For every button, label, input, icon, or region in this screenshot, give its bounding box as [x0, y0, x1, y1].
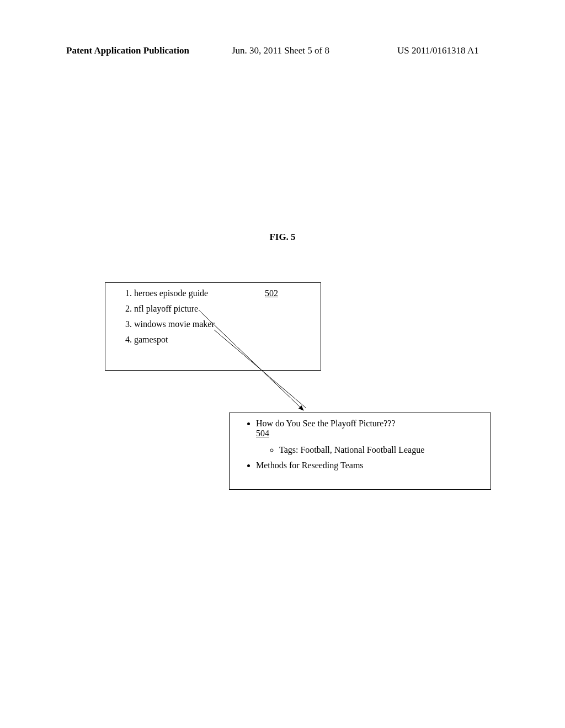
box-502: heroes episode guide nfl playoff picture…	[105, 282, 321, 371]
figure-label: FIG. 5	[0, 232, 565, 243]
list-item: How do You See the Playoff Picture??? 50…	[256, 419, 485, 455]
reference-numeral-502: 502	[265, 288, 278, 298]
list-item: windows movie maker	[134, 319, 311, 329]
reference-numeral-504: 504	[256, 429, 485, 438]
list-502: heroes episode guide nfl playoff picture…	[115, 288, 311, 345]
tags-item: Tags: Football, National Football League	[279, 445, 485, 455]
header-right: US 2011/0161318 A1	[397, 45, 479, 56]
item-text: Methods for Reseeding Teams	[256, 461, 364, 470]
list-item: Methods for Reseeding Teams	[256, 461, 485, 470]
sub-list: Tags: Football, National Football League	[256, 445, 485, 455]
list-item: nfl playoff picture	[134, 304, 311, 314]
list-item: heroes episode guide	[134, 288, 311, 298]
list-504: How do You See the Playoff Picture??? 50…	[235, 419, 485, 470]
header-left: Patent Application Publication	[66, 45, 189, 56]
item-text: How do You See the Playoff Picture???	[256, 419, 396, 428]
header-center: Jun. 30, 2011 Sheet 5 of 8	[232, 45, 329, 56]
list-item: gamespot	[134, 335, 311, 345]
box-504: How do You See the Playoff Picture??? 50…	[229, 413, 491, 490]
